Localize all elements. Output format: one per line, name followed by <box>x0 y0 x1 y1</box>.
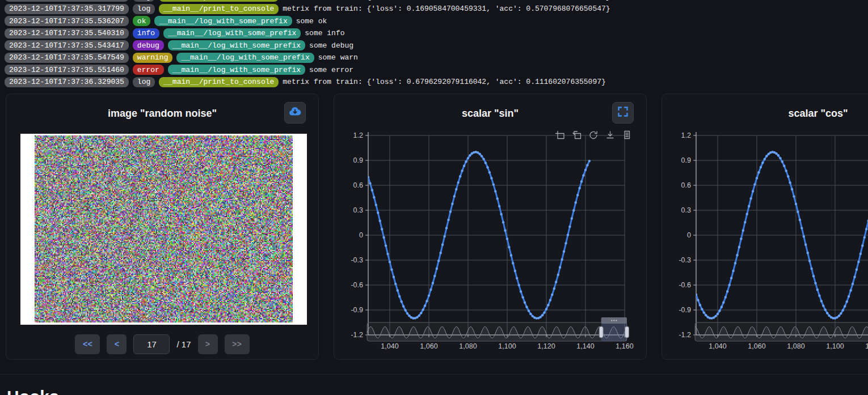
log-row: 2023-12-10T17:37:36.329035log__main__/pr… <box>5 77 868 87</box>
module-badge: __main__/log_with_some_prefix <box>163 28 301 39</box>
y-tick-label: -0.3 <box>351 256 363 264</box>
log-message: some info <box>305 29 344 37</box>
y-tick-label: 0.6 <box>681 181 691 189</box>
timestamp-badge: 2023-12-10T17:37:35.317799 <box>5 0 129 2</box>
cos-chart-card: 1.20.90.60.30-0.3-0.6-0.9-1.21,0401,0601… <box>661 94 868 360</box>
datazoom-right-handle[interactable] <box>625 326 629 338</box>
x-tick-label: 1,040 <box>381 342 398 350</box>
y-tick-label: -0.9 <box>679 306 691 314</box>
timestamp-badge: 2023-12-10T17:37:36.329035 <box>5 77 129 87</box>
y-tick-label: 0.6 <box>353 181 363 189</box>
next-section-heading: Hooks <box>7 387 59 395</box>
datazoom-left-handle[interactable] <box>599 326 603 338</box>
x-tick-label: 1,160 <box>616 342 633 350</box>
page-number-input[interactable] <box>133 334 170 354</box>
y-tick-label: 0 <box>359 231 363 239</box>
log-message: some warn <box>318 53 358 62</box>
y-tick-label: 0.3 <box>681 206 691 214</box>
log-row: 2023-12-10T17:37:35.317799log__main__/pr… <box>5 4 868 14</box>
module-badge: __main__/log_with_some_prefix <box>168 65 305 75</box>
log-message: some error <box>309 66 353 74</box>
log-row: 2023-12-10T17:37:35.547549warning__main_… <box>5 53 868 63</box>
x-tick-label: 1,140 <box>576 342 594 350</box>
y-tick-label: 0 <box>687 231 691 239</box>
y-tick-label: -0.6 <box>679 281 691 289</box>
timestamp-badge: 2023-12-10T17:37:35.536207 <box>5 16 129 26</box>
image-preview-frame <box>20 134 307 325</box>
next-page-button[interactable]: > <box>198 334 218 354</box>
level-badge: info <box>133 28 159 39</box>
module-badge: __main__/log_with_some_prefix <box>154 16 292 26</box>
level-badge: debug <box>133 40 164 50</box>
level-badge: ok <box>133 16 151 26</box>
image-card: image "random noise" << < / 17 > >> <box>6 94 319 360</box>
chart-grid: 1.20.90.60.30-0.3-0.6-0.9-1.21,0401,0601… <box>351 131 633 350</box>
y-tick-label: -0.9 <box>351 306 363 314</box>
timestamp-badge: 2023-12-10T17:37:35.543417 <box>5 40 129 50</box>
timestamp-badge: 2023-12-10T17:37:35.540310 <box>5 28 129 39</box>
log-message: metrix from train: {'loss': 0.6796292079… <box>283 78 606 86</box>
log-message: some ok <box>296 17 327 26</box>
module-badge: __main__/print_to_console <box>159 4 279 14</box>
fullscreen-icon <box>618 107 628 119</box>
datazoom-slider[interactable] <box>367 317 629 341</box>
x-tick-label: 1,100 <box>826 342 844 350</box>
module-badge: __main__/log_with_some_prefix <box>168 40 305 50</box>
sin-line-chart[interactable]: 1.20.90.60.30-0.3-0.6-0.9-1.21,0401,0601… <box>334 94 647 360</box>
y-tick-label: 0.9 <box>681 156 691 164</box>
y-tick-label: -1.2 <box>679 331 691 339</box>
x-tick-label: 1,060 <box>748 342 765 350</box>
log-row: 2023-12-10T17:37:35.540310info__main__/l… <box>5 28 868 39</box>
log-rows: 2023-12-10T17:37:35.317799log__main__/pr… <box>5 0 868 87</box>
timestamp-badge: 2023-12-10T17:37:35.551460 <box>5 65 129 75</box>
log-row: 2023-12-10T17:37:35.317799log__main__/pr… <box>5 0 868 2</box>
sin-chart-card: 1.20.90.60.30-0.3-0.6-0.9-1.21,0401,0601… <box>334 94 647 360</box>
level-badge: log <box>133 0 155 2</box>
sin-fullscreen-button[interactable] <box>612 102 634 124</box>
image-download-button[interactable] <box>284 102 306 124</box>
section-divider <box>0 374 868 375</box>
x-tick-label: 1,100 <box>498 342 516 350</box>
random-noise-image <box>35 135 293 322</box>
x-tick-label: 1,080 <box>787 342 804 350</box>
last-page-button[interactable]: >> <box>225 334 250 354</box>
cards-row: image "random noise" << < / 17 > >> 1.20 <box>6 94 868 360</box>
first-page-button[interactable]: << <box>75 334 100 354</box>
y-tick-label: -0.6 <box>351 281 363 289</box>
datazoom-selection[interactable] <box>601 322 627 341</box>
cos-card-header: scalar "cos" <box>662 94 868 134</box>
x-tick-label: 1,120 <box>865 342 868 350</box>
y-tick-label: -0.3 <box>679 256 691 264</box>
y-tick-label: 0.9 <box>353 156 363 164</box>
timestamp-badge: 2023-12-10T17:37:35.547549 <box>5 53 129 63</box>
log-message: metrix from train: {'loss': 0.1690584700… <box>283 0 610 1</box>
log-row: 2023-12-10T17:37:35.536207ok__main__/log… <box>5 16 868 26</box>
log-row: 2023-12-10T17:37:35.543417debug__main__/… <box>5 40 868 50</box>
page-total-label: / 17 <box>176 339 191 349</box>
module-badge: __main__/print_to_console <box>159 77 279 87</box>
log-row: 2023-12-10T17:37:35.551460error__main__/… <box>5 65 868 75</box>
module-badge: __main__/log_with_some_prefix <box>176 53 314 63</box>
log-output: 2023-12-10T17:37:35.317799log__main__/pr… <box>0 0 868 90</box>
level-badge: error <box>133 65 164 75</box>
image-card-title: image "random noise" <box>6 108 318 120</box>
level-badge: log <box>133 77 155 87</box>
x-tick-label: 1,120 <box>537 342 555 350</box>
module-badge: __main__/print_to_console <box>159 0 279 2</box>
y-tick-label: 0.3 <box>353 206 363 214</box>
log-message: metrix from train: {'loss': 0.1690584700… <box>283 5 610 13</box>
x-tick-label: 1,060 <box>420 342 437 350</box>
datazoom-slider[interactable] <box>695 317 868 341</box>
level-badge: warning <box>133 53 173 63</box>
y-tick-label: -1.2 <box>351 331 363 339</box>
image-pagination: << < / 17 > >> <box>6 334 318 354</box>
image-card-header: image "random noise" <box>6 94 318 134</box>
cos-line-chart[interactable]: 1.20.90.60.30-0.3-0.6-0.9-1.21,0401,0601… <box>662 94 868 360</box>
level-badge: log <box>133 4 155 14</box>
prev-page-button[interactable]: < <box>107 334 127 354</box>
cloud-download-icon <box>289 106 301 120</box>
x-tick-label: 1,040 <box>709 342 726 350</box>
cos-card-title: scalar "cos" <box>662 108 868 120</box>
log-message: some debug <box>309 41 353 50</box>
sin-card-title: scalar "sin" <box>334 108 646 120</box>
